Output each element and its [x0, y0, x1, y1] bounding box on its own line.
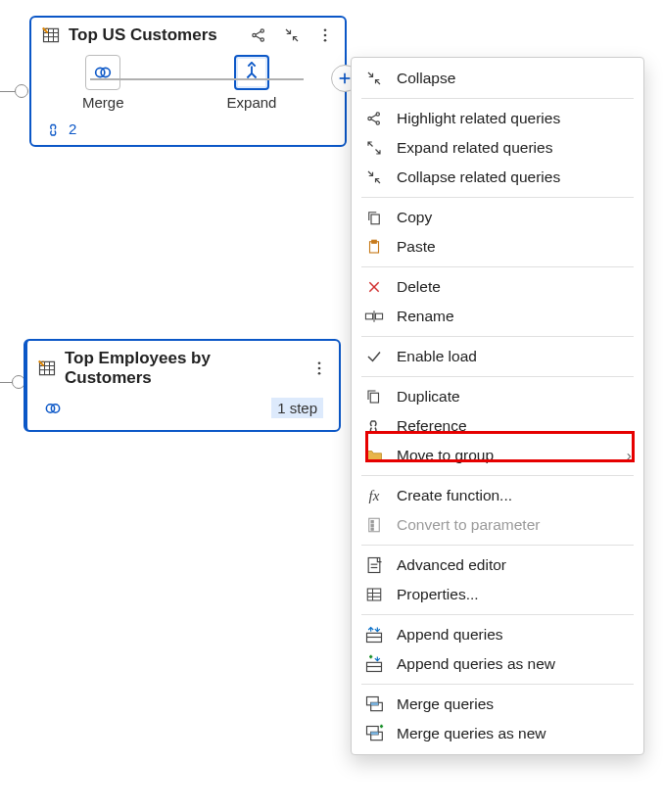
menu-item-label: Expand related queries — [397, 139, 632, 157]
menu-item-create-function[interactable]: fx Create function... — [352, 481, 643, 510]
svg-point-14 — [101, 68, 110, 76]
merge-queries-new-icon — [363, 724, 385, 743]
svg-point-7 — [261, 38, 263, 41]
reference-count-value: 2 — [69, 120, 76, 137]
menu-item-label: Highlight related queries — [397, 110, 632, 127]
step-label: Expand — [227, 94, 277, 111]
menu-item-label: Paste — [397, 238, 632, 256]
svg-rect-48 — [367, 589, 381, 600]
delete-icon — [363, 277, 385, 297]
menu-item-label: Merge queries as new — [397, 725, 632, 742]
svg-rect-42 — [371, 521, 373, 523]
svg-rect-38 — [375, 313, 382, 319]
menu-item-copy[interactable]: Copy — [352, 203, 643, 232]
step-count-badge: 1 step — [271, 398, 323, 418]
svg-point-10 — [324, 28, 327, 31]
menu-item-label: Collapse — [397, 70, 632, 87]
svg-rect-34 — [372, 240, 377, 243]
menu-item-label: Append queries — [397, 626, 632, 644]
menu-item-append-queries[interactable]: Append queries — [352, 620, 643, 649]
append-new-icon — [363, 654, 385, 674]
menu-item-highlight-related[interactable]: Highlight related queries — [352, 104, 643, 133]
duplicate-icon — [363, 387, 385, 406]
svg-rect-44 — [371, 528, 373, 530]
merge-step[interactable]: Merge — [82, 55, 124, 111]
menu-item-label: Rename — [397, 308, 632, 325]
checkmark-icon — [363, 347, 385, 366]
svg-rect-41 — [369, 518, 380, 532]
menu-item-label: Delete — [397, 278, 632, 296]
table-icon — [37, 358, 57, 378]
copy-icon — [363, 208, 385, 227]
parameter-icon — [363, 515, 385, 535]
menu-item-convert-to-parameter: Convert to parameter — [352, 510, 643, 540]
menu-item-label: Enable load — [397, 348, 632, 365]
menu-item-properties[interactable]: Properties... — [352, 580, 643, 609]
append-icon — [363, 625, 385, 645]
svg-line-30 — [371, 115, 376, 118]
reference-count[interactable]: 2 — [45, 120, 345, 137]
svg-point-6 — [261, 29, 263, 32]
menu-item-label: Collapse related queries — [397, 168, 632, 186]
svg-rect-32 — [371, 215, 379, 224]
menu-item-enable-load[interactable]: Enable load — [352, 342, 643, 371]
query-title: Top Employees by Customers — [65, 349, 302, 388]
svg-rect-37 — [365, 313, 372, 319]
menu-item-label: Duplicate — [397, 388, 632, 406]
svg-point-5 — [253, 33, 256, 36]
svg-rect-45 — [368, 558, 380, 573]
function-icon: fx — [363, 486, 385, 505]
query-title: Top US Customers — [69, 25, 241, 45]
svg-point-11 — [324, 34, 327, 37]
menu-item-label: Merge queries — [397, 695, 632, 713]
menu-item-label: Properties... — [397, 586, 632, 603]
svg-point-28 — [376, 113, 379, 116]
collapse-arrows-icon — [363, 69, 385, 88]
menu-item-label: Reference — [397, 417, 632, 435]
svg-point-12 — [324, 39, 327, 42]
svg-line-31 — [371, 119, 376, 122]
menu-item-expand-related[interactable]: Expand related queries — [352, 133, 643, 163]
svg-point-24 — [318, 372, 321, 375]
svg-point-26 — [51, 404, 59, 411]
menu-item-collapse-related[interactable]: Collapse related queries — [352, 163, 643, 192]
share-icon[interactable] — [249, 25, 268, 45]
menu-item-paste[interactable]: Paste — [352, 232, 643, 262]
expand-arrows-icon — [363, 138, 385, 158]
query-card-top-us-customers[interactable]: Top US Customers Merge Expand — [29, 16, 347, 147]
more-vertical-icon[interactable] — [315, 25, 335, 45]
step-label: Merge — [82, 94, 124, 111]
menu-item-label: Convert to parameter — [397, 516, 632, 534]
svg-rect-40 — [370, 393, 378, 403]
expand-step[interactable]: Expand — [227, 55, 277, 111]
menu-item-collapse[interactable]: Collapse — [352, 64, 643, 93]
table-icon — [41, 25, 61, 45]
svg-line-9 — [256, 36, 261, 39]
menu-item-merge-queries-new[interactable]: Merge queries as new — [352, 719, 643, 748]
query-card-top-employees[interactable]: Top Employees by Customers 1 step — [24, 339, 341, 432]
rename-icon — [363, 307, 385, 326]
menu-item-append-queries-new[interactable]: Append queries as new — [352, 649, 643, 679]
menu-item-reference[interactable]: Reference — [352, 411, 643, 441]
collapse-arrows-icon — [363, 167, 385, 187]
collapse-arrows-icon[interactable] — [282, 25, 302, 45]
menu-item-label: Append queries as new — [397, 655, 632, 673]
share-icon — [363, 109, 385, 128]
menu-item-move-to-group[interactable]: Move to group › — [352, 441, 643, 470]
menu-item-duplicate[interactable]: Duplicate — [352, 382, 643, 411]
chevron-right-icon: › — [627, 447, 632, 464]
advanced-editor-icon — [363, 555, 385, 575]
menu-item-rename[interactable]: Rename — [352, 302, 643, 331]
menu-item-advanced-editor[interactable]: Advanced editor — [352, 550, 643, 580]
menu-item-merge-queries[interactable]: Merge queries — [352, 690, 643, 719]
menu-item-delete[interactable]: Delete — [352, 272, 643, 302]
merge-queries-icon — [363, 694, 385, 714]
svg-point-29 — [376, 121, 379, 124]
menu-item-label: Advanced editor — [397, 556, 632, 574]
svg-point-22 — [318, 361, 321, 364]
reference-icon — [363, 416, 385, 436]
context-menu: Collapse Highlight related queries Expan… — [351, 57, 644, 755]
more-vertical-icon[interactable] — [309, 358, 329, 378]
menu-item-label: Move to group — [397, 447, 615, 464]
svg-rect-43 — [371, 524, 373, 526]
